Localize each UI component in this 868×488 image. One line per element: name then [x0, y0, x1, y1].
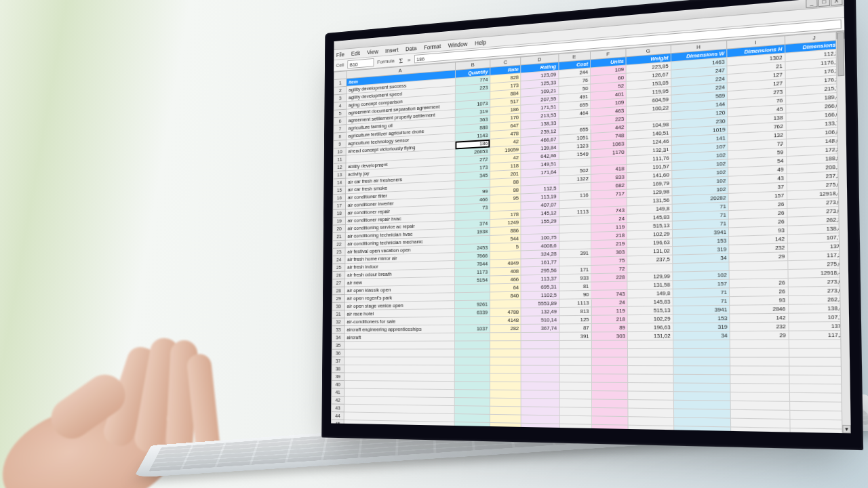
cell[interactable]	[591, 349, 627, 357]
cell[interactable]	[521, 349, 559, 357]
row-header[interactable]: 26	[332, 271, 345, 279]
cell[interactable]: 743	[591, 289, 627, 298]
menu-item-view[interactable]: View	[367, 48, 378, 56]
cell[interactable]	[559, 407, 592, 416]
cell[interactable]: 131,58	[627, 281, 673, 290]
cell[interactable]: 196,63	[627, 323, 673, 332]
cell[interactable]	[591, 399, 628, 408]
cell[interactable]: 119	[591, 306, 627, 315]
cell[interactable]	[591, 382, 628, 391]
cell[interactable]	[521, 399, 559, 407]
cell[interactable]	[559, 373, 592, 382]
cell[interactable]: 1102,5	[521, 291, 559, 300]
cell[interactable]	[673, 374, 730, 383]
menu-item-insert[interactable]: Insert	[385, 46, 398, 54]
cell[interactable]	[455, 317, 490, 325]
cell[interactable]	[490, 422, 521, 431]
cell[interactable]	[344, 420, 454, 430]
row-header[interactable]: 14	[333, 178, 346, 186]
cell[interactable]: 813	[559, 307, 591, 316]
cell[interactable]: 131,02	[627, 331, 673, 340]
cell-reference-box[interactable]: B10	[347, 58, 374, 68]
cell[interactable]: 102,29	[627, 314, 673, 323]
cell[interactable]: 149,8	[627, 289, 673, 298]
row-header[interactable]: 24	[332, 256, 345, 264]
cell[interactable]: 408	[490, 267, 521, 276]
cell[interactable]: 89	[591, 323, 627, 332]
cell[interactable]	[628, 374, 673, 383]
row-header[interactable]: 16	[333, 194, 346, 202]
cell[interactable]	[628, 382, 673, 391]
cell[interactable]	[730, 366, 789, 375]
cell[interactable]	[344, 365, 455, 373]
cell[interactable]	[559, 424, 592, 432]
cell[interactable]: 132,49	[521, 308, 559, 317]
row-header[interactable]: 32	[332, 318, 345, 326]
cell[interactable]	[628, 365, 673, 374]
cell[interactable]: 2846	[730, 304, 788, 314]
cell[interactable]	[591, 374, 628, 383]
cell[interactable]: 145,83	[627, 298, 673, 306]
row-header[interactable]: 15	[333, 186, 346, 194]
cell[interactable]	[454, 390, 490, 399]
cell[interactable]	[490, 431, 521, 434]
cell[interactable]	[592, 424, 629, 433]
cell[interactable]	[344, 341, 454, 349]
cell[interactable]	[730, 348, 789, 357]
cell[interactable]	[454, 414, 490, 423]
cell[interactable]: 142	[730, 313, 789, 323]
row-header[interactable]: 31	[332, 310, 345, 319]
cell[interactable]	[455, 333, 490, 341]
row-header[interactable]: 21	[333, 232, 346, 241]
cell[interactable]	[730, 392, 789, 401]
cell[interactable]: 232	[730, 322, 789, 331]
row-header[interactable]: 38	[332, 365, 344, 373]
cell[interactable]	[673, 426, 730, 433]
menu-item-help[interactable]: Help	[475, 39, 486, 46]
cell[interactable]	[490, 341, 521, 349]
cell[interactable]	[559, 257, 591, 266]
cell[interactable]	[592, 433, 629, 434]
cell[interactable]	[628, 417, 673, 426]
cell[interactable]	[559, 340, 591, 348]
cell[interactable]	[628, 425, 673, 433]
cell[interactable]	[591, 357, 627, 366]
cell[interactable]	[455, 341, 490, 349]
cell[interactable]: 319	[673, 323, 730, 331]
row-header[interactable]: 41	[332, 388, 344, 396]
cell[interactable]	[454, 382, 490, 390]
cell[interactable]	[673, 383, 730, 392]
cell[interactable]: 24	[591, 298, 627, 307]
cell[interactable]	[627, 340, 673, 349]
cell[interactable]	[490, 406, 521, 415]
cell[interactable]: 228	[591, 273, 627, 282]
menu-item-format[interactable]: Format	[424, 43, 441, 51]
cell[interactable]	[454, 406, 490, 415]
cell[interactable]: 391	[559, 332, 591, 341]
cell[interactable]: 4788	[490, 308, 521, 317]
cell[interactable]: 5553,89	[521, 299, 559, 308]
window-close-button[interactable]: X	[831, 0, 843, 6]
sigma-icon[interactable]: Σ	[398, 56, 404, 64]
cell[interactable]	[559, 349, 591, 357]
cell[interactable]	[490, 390, 521, 399]
cell[interactable]: 3941	[673, 305, 730, 314]
row-header[interactable]: 28	[332, 287, 345, 295]
scroll-down-button[interactable]: ▼	[842, 425, 850, 433]
cell[interactable]	[559, 390, 592, 399]
cell[interactable]	[521, 415, 559, 424]
equals-icon[interactable]: =	[408, 56, 411, 63]
cell[interactable]	[344, 428, 454, 433]
row-header[interactable]: 46	[331, 428, 344, 434]
row-header[interactable]: 43	[332, 404, 344, 412]
cell[interactable]	[730, 384, 789, 393]
cell[interactable]	[559, 357, 592, 365]
cell[interactable]	[673, 392, 730, 401]
cell[interactable]: 90	[559, 290, 591, 299]
row-header[interactable]: 25	[332, 264, 345, 272]
row-header[interactable]: 22	[332, 240, 345, 248]
cell[interactable]: 87	[559, 324, 591, 333]
cell[interactable]: 93	[730, 296, 788, 305]
cell[interactable]: aircraft	[344, 333, 454, 342]
row-header[interactable]: 40	[332, 380, 344, 388]
